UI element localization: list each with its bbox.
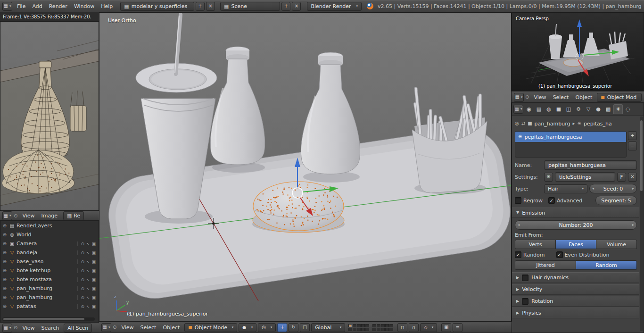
viewport-menu-object[interactable]: Object: [159, 325, 183, 331]
regrow-checkbox[interactable]: [515, 197, 521, 204]
selectable-cursor-icon[interactable]: ↖: [86, 295, 90, 300]
increment-icon[interactable]: ▸: [632, 223, 634, 227]
properties-scrollbar[interactable]: [640, 117, 643, 331]
outliner-item[interactable]: ⊕▽bote ketchup⊙↖▣: [0, 266, 99, 275]
outliner-item-label[interactable]: World: [17, 232, 32, 238]
properties-tab-render[interactable]: ◉: [524, 104, 534, 114]
outliner-menu-search[interactable]: Search: [38, 325, 63, 331]
layer-4-toggle[interactable]: [361, 324, 365, 327]
delete-scene-button[interactable]: ×: [292, 2, 301, 11]
pin-icon[interactable]: ◎: [515, 121, 519, 126]
layer-3-toggle[interactable]: [357, 324, 361, 327]
properties-editor-type-button[interactable]: ▦▾: [513, 105, 523, 114]
camera-menu-object[interactable]: Object: [572, 94, 595, 100]
selectable-cursor-icon[interactable]: ↖: [86, 286, 90, 291]
expand-arrow-icon[interactable]: ▶: [516, 300, 519, 303]
camera-viewport-canvas[interactable]: [512, 13, 644, 91]
outliner-item-label[interactable]: bote mostaza: [17, 276, 52, 283]
expand-arrow-icon[interactable]: ▶: [516, 311, 519, 315]
renderable-camera-icon[interactable]: ▣: [91, 295, 96, 300]
selectable-cursor-icon[interactable]: ↖: [86, 268, 90, 273]
mode-dropdown[interactable]: ■ Object Mode ▾: [184, 323, 237, 332]
left-viewport[interactable]: [0, 21, 99, 211]
renderable-camera-icon[interactable]: ▣: [91, 268, 96, 273]
panel-physics[interactable]: ▶Physics: [512, 308, 639, 318]
outliner-item-label[interactable]: pan_hamburg: [17, 285, 52, 291]
viewport-menu-view[interactable]: View: [118, 325, 137, 331]
selectable-cursor-icon[interactable]: ↖: [86, 241, 90, 246]
lock-to-scene-button[interactable]: ⊓: [397, 323, 407, 332]
image-menu-view[interactable]: View: [19, 213, 38, 219]
outliner-item[interactable]: ⊕▽patatas⊙↖▣: [0, 302, 99, 311]
unlink-settings-button[interactable]: ×: [628, 173, 637, 182]
layer-9-toggle[interactable]: [361, 328, 365, 331]
layer-6-toggle[interactable]: [372, 328, 376, 331]
expand-arrow-icon[interactable]: ▶: [516, 276, 519, 280]
expand-icon[interactable]: ⊕: [2, 250, 8, 255]
layer-6-toggle[interactable]: [348, 328, 352, 331]
render-opengl-anim-button[interactable]: ≡: [453, 323, 462, 332]
outliner-item-label[interactable]: patatas: [17, 303, 36, 309]
add-screen-button[interactable]: +: [196, 2, 205, 11]
camera-menu-view[interactable]: View: [530, 94, 549, 100]
outliner-item[interactable]: ⊕▤RenderLayers: [0, 221, 99, 230]
particle-system-item[interactable]: ✳ pepitas_hamburguesa: [515, 132, 626, 142]
expand-arrow-icon[interactable]: ▼: [516, 211, 519, 215]
mode-dropdown[interactable]: ■ Object Mod: [597, 93, 642, 102]
settings-field[interactable]: ticleSettings: [555, 172, 615, 182]
properties-tab-scene[interactable]: ▤: [534, 104, 544, 114]
properties-tab-object-data[interactable]: ▽: [584, 104, 593, 114]
renderable-camera-icon[interactable]: ▣: [91, 304, 96, 309]
outliner-item-label[interactable]: pan_hamburg: [17, 294, 52, 300]
layer-5-toggle[interactable]: [365, 324, 369, 327]
add-scene-button[interactable]: +: [281, 2, 290, 11]
layer-10-toggle[interactable]: [389, 328, 393, 331]
decrement-icon[interactable]: ◂: [592, 187, 594, 191]
layer-1-toggle[interactable]: [348, 324, 352, 327]
visibility-eye-icon[interactable]: ⊙: [81, 286, 84, 291]
layer-7-toggle[interactable]: [353, 328, 356, 331]
menu-help[interactable]: Help: [98, 3, 116, 9]
outliner-menu-view[interactable]: View: [19, 325, 38, 331]
distribution-random-button[interactable]: Random: [576, 260, 637, 270]
close-screen-button[interactable]: ×: [206, 2, 215, 11]
outliner-item[interactable]: ⊕▽bote mostaza⊙↖▣: [0, 275, 99, 284]
visibility-eye-icon[interactable]: ⊙: [81, 241, 84, 246]
renderable-camera-icon[interactable]: ▣: [91, 259, 96, 264]
panel-velocity[interactable]: ▶Velocity: [512, 284, 639, 295]
viewport-editor-type-button[interactable]: ▦▾: [101, 323, 111, 332]
main-viewport[interactable]: z y x User Ortho (1) pan_hamburguesa_sup…: [99, 12, 512, 322]
emit-from-faces-button[interactable]: Faces: [556, 240, 596, 249]
render-engine-dropdown[interactable]: Blender Render ▾: [307, 2, 362, 11]
expand-icon[interactable]: ⊕: [2, 295, 8, 300]
layer-1-toggle[interactable]: [372, 324, 376, 327]
outliner-item[interactable]: ⊕▣Camera⊙↖▣: [0, 239, 99, 248]
layer-4-toggle[interactable]: [385, 324, 389, 327]
increment-icon[interactable]: ▸: [632, 187, 634, 191]
properties-tab-object[interactable]: ■: [554, 104, 563, 114]
visibility-eye-icon[interactable]: ⊙: [81, 259, 84, 264]
scale-manipulator-button[interactable]: □: [300, 323, 310, 332]
viewport-menu-select[interactable]: Select: [137, 325, 160, 331]
outliner-item-label[interactable]: base_vaso: [17, 258, 43, 265]
properties-tab-world[interactable]: ◍: [544, 104, 553, 114]
renderable-camera-icon[interactable]: ▣: [91, 286, 96, 291]
outliner-item[interactable]: ⊕▽pan_hamburg⊙↖▣: [0, 293, 99, 302]
renderable-camera-icon[interactable]: ▣: [91, 250, 96, 255]
renderable-camera-icon[interactable]: ▣: [91, 277, 96, 282]
menu-render[interactable]: Render: [46, 3, 71, 9]
collapse-menu-icon[interactable]: ⊙: [525, 95, 529, 100]
expand-icon[interactable]: ⊕: [2, 286, 8, 291]
menu-add[interactable]: Add: [29, 3, 45, 9]
expand-icon[interactable]: ⊕: [2, 224, 8, 228]
outliner-item[interactable]: ⊕▽bandeja⊙↖▣: [0, 248, 99, 257]
wireframe-bun[interactable]: [2, 150, 74, 194]
image-datablock-selector[interactable]: ▦ Re: [63, 211, 84, 220]
panel-rotation[interactable]: ▶Rotation: [512, 296, 639, 307]
outliner-item-label[interactable]: RenderLayers: [17, 223, 52, 229]
snap-magnet-button[interactable]: ∩: [409, 323, 419, 332]
selectable-cursor-icon[interactable]: ↖: [86, 277, 90, 282]
expand-icon[interactable]: ⊕: [2, 233, 8, 237]
layer-2-toggle[interactable]: [377, 324, 380, 327]
collapse-menu-icon[interactable]: ⊙: [113, 325, 116, 330]
